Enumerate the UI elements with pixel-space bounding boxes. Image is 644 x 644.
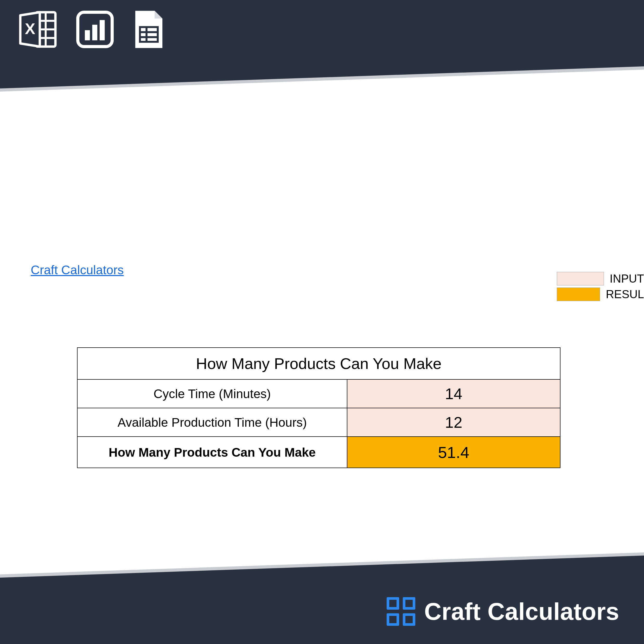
legend-swatch-result: [557, 288, 600, 301]
result-value: 51.4: [347, 437, 560, 468]
svg-rect-9: [92, 25, 98, 40]
footer-brand: Craft Calculators: [387, 597, 619, 626]
top-icon-row: X: [19, 10, 165, 49]
spreadsheet-file-icon: [132, 10, 165, 49]
legend: INPUT RESUL: [557, 272, 644, 301]
legend-row-input: INPUT: [557, 272, 644, 285]
cycle-time-input[interactable]: 14: [347, 379, 560, 408]
legend-result-label: RESUL: [606, 288, 644, 301]
legend-swatch-input: [557, 272, 604, 285]
table-row: Available Production Time (Hours) 12: [77, 408, 560, 437]
cycle-time-label: Cycle Time (Minutes): [77, 379, 347, 408]
page-root: X Craft Calculators: [0, 0, 644, 644]
table-result-row: How Many Products Can You Make 51.4: [77, 437, 560, 468]
svg-rect-8: [85, 30, 90, 40]
calculator-table: How Many Products Can You Make Cycle Tim…: [77, 347, 560, 468]
legend-row-result: RESUL: [557, 288, 644, 301]
svg-rect-10: [100, 20, 105, 40]
brand-squares-icon: [387, 597, 415, 626]
table-title-row: How Many Products Can You Make: [77, 348, 560, 379]
svg-text:X: X: [25, 20, 35, 37]
legend-input-label: INPUT: [610, 272, 644, 285]
excel-icon: X: [19, 10, 58, 49]
content-area: Craft Calculators INPUT RESUL How Many P…: [0, 0, 644, 644]
available-time-input[interactable]: 12: [347, 408, 560, 437]
table-row: Cycle Time (Minutes) 14: [77, 379, 560, 408]
result-label: How Many Products Can You Make: [77, 437, 347, 468]
footer-brand-text: Craft Calculators: [424, 598, 619, 625]
calculator-title: How Many Products Can You Make: [77, 348, 560, 379]
bar-chart-icon: [75, 10, 114, 49]
craft-calculators-link[interactable]: Craft Calculators: [31, 263, 124, 277]
available-time-label: Available Production Time (Hours): [77, 408, 347, 437]
